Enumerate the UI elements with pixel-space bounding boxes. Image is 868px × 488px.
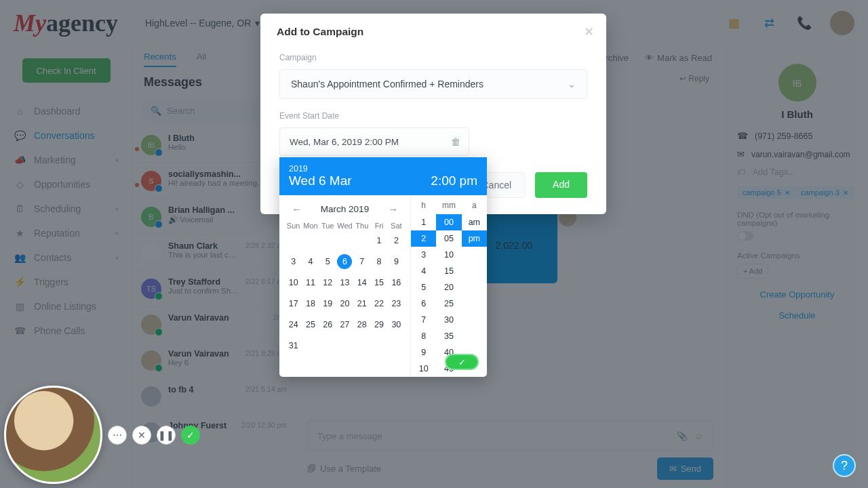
event-date-input[interactable]: Wed, Mar 6, 2019 2:00 PM 🗑 [279, 127, 469, 156]
days-grid: 1234567891011121314151617181920212223242… [285, 230, 405, 356]
minute-00[interactable]: 00 [436, 214, 461, 230]
picker-date: Wed 6 Mar [289, 174, 352, 188]
hour-7[interactable]: 7 [411, 312, 436, 328]
day-21[interactable]: 21 [353, 293, 370, 314]
day-1[interactable]: 1 [370, 230, 387, 251]
campaign-label: Campaign [260, 50, 606, 65]
recorder-cancel-button[interactable]: ✕ [132, 426, 151, 445]
hour-4[interactable]: 4 [411, 263, 436, 279]
minutes-header: mm [436, 195, 461, 214]
picker-year[interactable]: 2019 [289, 164, 352, 174]
day-4[interactable]: 4 [302, 251, 319, 272]
day-14[interactable]: 14 [353, 272, 370, 293]
chevron-down-icon: ⌄ [568, 79, 576, 89]
ampm-header: a [462, 195, 487, 214]
day-18[interactable]: 18 [302, 293, 319, 314]
day-31[interactable]: 31 [285, 335, 302, 356]
minute-25[interactable]: 25 [436, 296, 461, 312]
hour-3[interactable]: 3 [411, 247, 436, 263]
picker-time: 2:00 pm [431, 174, 477, 188]
day-9[interactable]: 9 [388, 251, 405, 272]
day-27[interactable]: 27 [336, 314, 353, 335]
minute-10[interactable]: 10 [436, 247, 461, 263]
recorder-avatar [4, 386, 102, 484]
day-2[interactable]: 2 [388, 230, 405, 251]
help-button[interactable]: ? [833, 454, 856, 477]
hour-1[interactable]: 1 [411, 214, 436, 230]
day-25[interactable]: 25 [302, 314, 319, 335]
day-12[interactable]: 12 [319, 272, 336, 293]
add-button[interactable]: Add [535, 172, 587, 198]
recorder-done-button[interactable]: ✓ [181, 426, 200, 445]
recorder-more-button[interactable]: ⋯ [108, 426, 127, 445]
day-26[interactable]: 26 [319, 314, 336, 335]
day-8[interactable]: 8 [370, 251, 387, 272]
hour-10[interactable]: 10 [411, 361, 436, 377]
minute-20[interactable]: 20 [436, 279, 461, 296]
modal-title: Add to Campaign [260, 14, 606, 50]
day-5[interactable]: 5 [319, 251, 336, 272]
day-16[interactable]: 16 [388, 272, 405, 293]
hours-header: h [411, 195, 436, 214]
day-22[interactable]: 22 [370, 293, 387, 314]
recorder-pause-button[interactable]: ❚❚ [157, 426, 176, 445]
am-option[interactable]: am [462, 214, 487, 230]
month-label: March 2019 [321, 204, 369, 214]
day-17[interactable]: 17 [285, 293, 302, 314]
hour-6[interactable]: 6 [411, 296, 436, 312]
day-30[interactable]: 30 [388, 314, 405, 335]
campaign-select[interactable]: Shaun's Appointment Confirmed + Reminder… [279, 69, 587, 99]
hour-2[interactable]: 2 [411, 230, 436, 247]
day-20[interactable]: 20 [336, 293, 353, 314]
day-28[interactable]: 28 [353, 314, 370, 335]
next-month-button[interactable]: → [384, 202, 402, 216]
prev-month-button[interactable]: ← [288, 202, 306, 216]
day-29[interactable]: 29 [370, 314, 387, 335]
day-7[interactable]: 7 [353, 251, 370, 272]
day-24[interactable]: 24 [285, 314, 302, 335]
trash-icon[interactable]: 🗑 [451, 136, 460, 147]
day-10[interactable]: 10 [285, 272, 302, 293]
minute-05[interactable]: 05 [436, 230, 461, 247]
minute-35[interactable]: 35 [436, 328, 461, 344]
day-19[interactable]: 19 [319, 293, 336, 314]
confirm-date-button[interactable]: ↖ ✓ [445, 354, 479, 370]
dow-row: SunMonTueWedThuFriSat [285, 222, 405, 230]
minute-30[interactable]: 30 [436, 312, 461, 328]
hour-8[interactable]: 8 [411, 328, 436, 344]
hour-5[interactable]: 5 [411, 279, 436, 296]
event-date-label: Event Start Date [260, 108, 606, 123]
day-15[interactable]: 15 [370, 272, 387, 293]
hour-9[interactable]: 9 [411, 344, 436, 361]
day-6[interactable]: 6 [336, 251, 353, 272]
day-23[interactable]: 23 [388, 293, 405, 314]
datetime-picker: 2019 Wed 6 Mar 2:00 pm ← March 2019 → Su… [279, 157, 487, 377]
day-3[interactable]: 3 [285, 251, 302, 272]
day-13[interactable]: 13 [336, 272, 353, 293]
close-icon[interactable]: ✕ [584, 24, 594, 39]
pm-option[interactable]: pm [462, 230, 487, 247]
minute-15[interactable]: 15 [436, 263, 461, 279]
day-11[interactable]: 11 [302, 272, 319, 293]
